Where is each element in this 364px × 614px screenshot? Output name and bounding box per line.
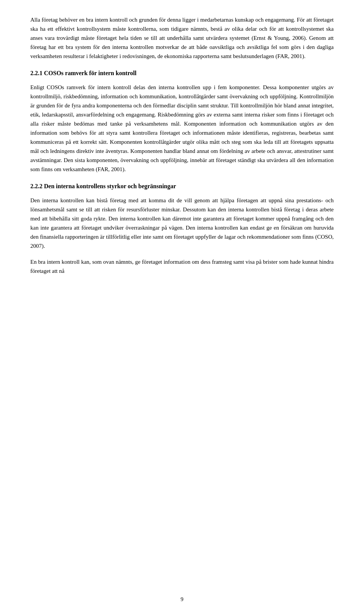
page-container: Alla företag behöver en bra intern kontr… (0, 0, 364, 614)
paragraph-3: Den interna kontrollen kan bistå företag… (30, 196, 334, 250)
section-heading-221: 2.2.1 COSOs ramverk för intern kontroll (30, 70, 334, 77)
section-heading-222: 2.2.2 Den interna kontrollens styrkor oc… (30, 183, 334, 190)
page-number: 9 (0, 596, 364, 603)
paragraph-1: Alla företag behöver en bra intern kontr… (30, 15, 334, 61)
paragraph-2: Enligt COSOs ramverk för intern kontroll… (30, 83, 334, 174)
paragraph-4: En bra intern kontroll kan, som ovan näm… (30, 257, 334, 276)
